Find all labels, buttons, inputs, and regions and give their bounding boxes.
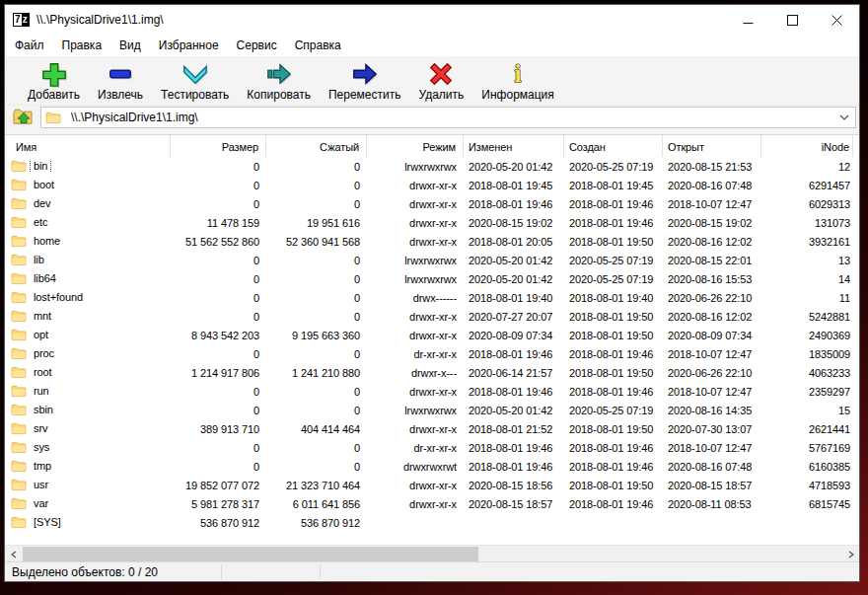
table-row[interactable]: tmp00drwxrwxrwt2018-08-01 19:462018-08-0… bbox=[5, 457, 859, 476]
menu-item-favorites[interactable]: Избранное bbox=[150, 36, 228, 55]
folder-icon bbox=[11, 347, 27, 360]
file-modified-cell: 2020-05-20 01:42 bbox=[464, 405, 564, 416]
table-row[interactable]: opt8 943 542 2039 195 663 360drwxr-xr-x2… bbox=[5, 326, 859, 344]
file-size-cell: 0 bbox=[171, 198, 266, 210]
table-row[interactable]: lib6400lrwxrwxrwx2020-05-20 01:422020-05… bbox=[5, 269, 859, 288]
folder-up-icon bbox=[13, 108, 33, 127]
file-created-cell: 2018-08-01 19:46 bbox=[564, 442, 663, 454]
file-name-cell[interactable]: tmp bbox=[5, 460, 171, 473]
table-row[interactable]: srv389 913 710404 414 464drwxr-xr-x2018-… bbox=[5, 419, 859, 438]
close-button[interactable] bbox=[815, 5, 859, 35]
file-modified-cell: 2020-08-15 18:56 bbox=[464, 480, 564, 491]
file-modified-cell: 2018-08-01 19:46 bbox=[464, 442, 564, 454]
table-row[interactable]: sbin00lrwxrwxrwx2020-05-20 01:422020-05-… bbox=[5, 401, 859, 419]
table-row[interactable]: var5 981 278 3176 011 641 856drwxr-xr-x2… bbox=[5, 494, 859, 513]
delete-button[interactable]: Удалить bbox=[410, 59, 473, 103]
file-name-cell[interactable]: home bbox=[5, 235, 171, 248]
menu-item-edit[interactable]: Правка bbox=[53, 36, 111, 55]
scroll-left-arrow[interactable] bbox=[5, 546, 22, 562]
file-name-cell[interactable]: lib bbox=[5, 254, 171, 266]
table-row[interactable]: lost+found00drwx------2018-08-01 19:4020… bbox=[5, 288, 859, 307]
column-header-accessed[interactable]: Открыт bbox=[663, 135, 761, 157]
table-row[interactable]: [SYS]536 870 912536 870 912 bbox=[5, 513, 859, 532]
maximize-button[interactable] bbox=[770, 5, 815, 35]
scrollbar-thumb[interactable] bbox=[23, 547, 478, 561]
file-accessed-cell: 2018-10-07 12:47 bbox=[663, 348, 761, 360]
file-modified-cell: 2018-08-01 19:46 bbox=[464, 461, 564, 473]
table-row[interactable]: bin00lrwxrwxrwx2020-05-20 01:422020-05-2… bbox=[5, 157, 859, 176]
file-mode-cell: drwxr-xr-x bbox=[367, 180, 464, 191]
column-header-name[interactable]: Имя bbox=[5, 135, 171, 157]
extract-button[interactable]: Извлечь bbox=[89, 59, 152, 103]
file-packed-cell: 0 bbox=[266, 255, 367, 266]
column-header-mode[interactable]: Режим bbox=[367, 135, 464, 157]
menu-item-help[interactable]: Справка bbox=[286, 36, 350, 55]
folder-icon bbox=[11, 422, 27, 435]
file-name-label: lib64 bbox=[31, 272, 59, 285]
test-button[interactable]: Тестировать bbox=[152, 59, 238, 103]
file-packed-cell: 536 870 912 bbox=[266, 517, 367, 529]
toolbar-button-label: Переместить bbox=[328, 88, 401, 102]
column-headers: ИмяРазмерСжатыйРежимИзмененСозданОткрытi… bbox=[5, 135, 859, 157]
file-accessed-cell: 2020-08-16 12:02 bbox=[663, 236, 761, 248]
table-row[interactable]: lib00lrwxrwxrwx2020-05-20 01:422020-05-2… bbox=[5, 251, 859, 269]
file-name-label: run bbox=[31, 385, 52, 398]
column-header-inode[interactable]: iNode bbox=[761, 135, 853, 157]
selection-status: Выделено объектов: 0 / 20 bbox=[12, 565, 158, 579]
file-name-cell[interactable]: run bbox=[5, 385, 171, 398]
file-name-label: home bbox=[31, 235, 63, 248]
file-name-cell[interactable]: lost+found bbox=[5, 291, 171, 304]
table-row[interactable]: mnt00drwxr-xr-x2020-07-27 20:072018-08-0… bbox=[5, 307, 859, 326]
copy-button[interactable]: Копировать bbox=[238, 59, 320, 103]
file-name-cell[interactable]: usr bbox=[5, 479, 171, 491]
scroll-right-arrow[interactable] bbox=[842, 546, 859, 562]
dropdown-chevron-icon[interactable] bbox=[839, 114, 849, 120]
add-button[interactable]: Добавить bbox=[19, 59, 89, 103]
file-mode-cell: drwxr-xr-x bbox=[367, 480, 464, 491]
file-name-cell[interactable]: etc bbox=[5, 216, 171, 229]
column-header-size[interactable]: Размер bbox=[171, 135, 266, 157]
info-button[interactable]: i Информация bbox=[472, 59, 562, 103]
table-row[interactable]: usr19 852 077 07221 323 710 464drwxr-xr-… bbox=[5, 476, 859, 494]
menu-item-view[interactable]: Вид bbox=[110, 36, 150, 55]
file-name-cell[interactable]: sys bbox=[5, 441, 171, 454]
file-inode-cell: 12 bbox=[761, 161, 853, 173]
file-name-cell[interactable]: var bbox=[5, 497, 171, 510]
table-row[interactable]: run00drwxr-xr-x2018-08-01 19:462018-08-0… bbox=[5, 382, 859, 401]
file-name-cell[interactable]: lib64 bbox=[5, 272, 171, 285]
file-name-cell[interactable]: bin bbox=[5, 160, 171, 173]
file-name-label: etc bbox=[31, 216, 50, 229]
file-modified-cell: 2018-08-01 19:45 bbox=[464, 180, 564, 191]
file-name-cell[interactable]: dev bbox=[5, 197, 171, 210]
table-row[interactable]: sys00dr-xr-xr-x2018-08-01 19:462018-08-0… bbox=[5, 438, 859, 457]
file-name-cell[interactable]: [SYS] bbox=[5, 516, 171, 529]
file-name-cell[interactable]: root bbox=[5, 366, 171, 379]
file-packed-cell: 0 bbox=[266, 161, 367, 173]
horizontal-scrollbar[interactable] bbox=[5, 545, 859, 561]
file-mode-cell: dr-xr-xr-x bbox=[367, 442, 464, 454]
move-button[interactable]: Переместить bbox=[320, 59, 410, 103]
file-size-cell: 1 214 917 806 bbox=[171, 367, 266, 379]
table-row[interactable]: root1 214 917 8061 241 210 880drwxr-x---… bbox=[5, 363, 859, 382]
menu-item-file[interactable]: Файл bbox=[6, 36, 53, 55]
table-row[interactable]: boot00drwxr-xr-x2018-08-01 19:452018-08-… bbox=[5, 176, 859, 194]
file-name-cell[interactable]: mnt bbox=[5, 310, 171, 323]
column-header-packed[interactable]: Сжатый bbox=[266, 135, 367, 157]
column-header-created[interactable]: Создан bbox=[564, 135, 663, 157]
table-row[interactable]: etc11 478 15919 951 616drwxr-xr-x2020-08… bbox=[5, 213, 859, 232]
file-name-cell[interactable]: srv bbox=[5, 422, 171, 435]
minimize-button[interactable] bbox=[726, 5, 770, 35]
file-name-cell[interactable]: sbin bbox=[5, 404, 171, 416]
file-name-cell[interactable]: proc bbox=[5, 347, 171, 360]
file-name-cell[interactable]: opt bbox=[5, 329, 171, 341]
table-row[interactable]: home51 562 552 86052 360 941 568drwxr-xr… bbox=[5, 232, 859, 251]
address-combobox[interactable]: \\.\PhysicalDrive1\1.img\ bbox=[40, 107, 856, 128]
column-header-modified[interactable]: Изменен bbox=[464, 135, 564, 157]
folder-icon bbox=[11, 441, 27, 454]
table-row[interactable]: proc00dr-xr-xr-x2018-08-01 19:462018-08-… bbox=[5, 344, 859, 363]
up-one-level-button[interactable] bbox=[10, 106, 36, 129]
menu-item-tools[interactable]: Сервис bbox=[228, 36, 286, 55]
file-name-label: var bbox=[31, 497, 51, 510]
file-name-cell[interactable]: boot bbox=[5, 179, 171, 191]
table-row[interactable]: dev00drwxr-xr-x2018-08-01 19:462018-08-0… bbox=[5, 194, 859, 213]
